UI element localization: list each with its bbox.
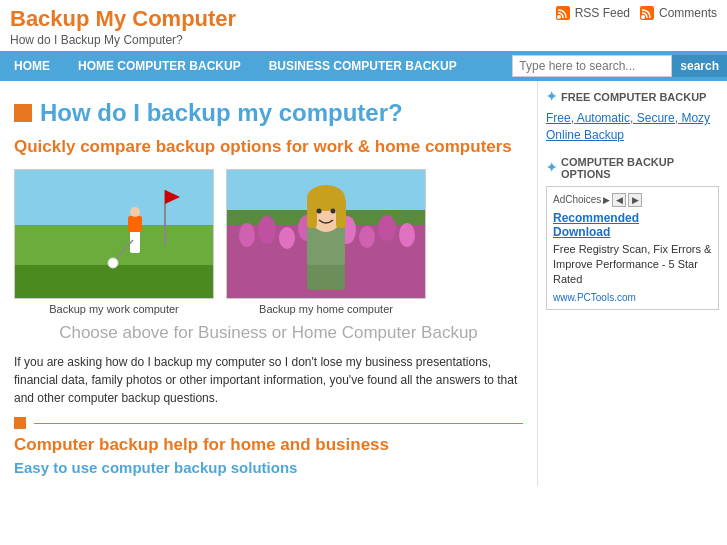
svg-point-21	[359, 226, 375, 248]
nav-home[interactable]: HOME	[0, 51, 64, 81]
main-heading-text: How do I backup my computer?	[40, 99, 403, 127]
backup-options-section: ✦ COMPUTER BACKUP OPTIONS AdChoices ▶ ◀ …	[546, 156, 719, 310]
nav-home-backup[interactable]: HOME COMPUTER BACKUP	[64, 51, 255, 81]
divider-section	[14, 417, 523, 429]
search-input[interactable]	[512, 55, 672, 77]
home-computer-caption: Backup my home computer	[259, 303, 393, 315]
header-left: Backup My Computer How do I Backup My Co…	[10, 6, 236, 47]
heading-icon	[14, 104, 32, 122]
ad-choices-label: AdChoices	[553, 194, 601, 205]
search-area: search	[512, 51, 727, 81]
ad-choices-arrow-indicator: ▶	[603, 195, 610, 205]
svg-point-31	[331, 209, 336, 214]
nav-business-backup[interactable]: BUSINESS COMPUTER BACKUP	[255, 51, 471, 81]
ad-next-button[interactable]: ▶	[628, 193, 642, 207]
comments-link[interactable]: Comments	[640, 6, 717, 20]
svg-point-11	[108, 258, 118, 268]
site-title[interactable]: Backup My Computer	[10, 6, 236, 32]
backup-options-icon: ✦	[546, 160, 557, 175]
svg-point-23	[399, 223, 415, 247]
free-backup-link[interactable]: Free, Automatic, Secure, Mozy Online Bac…	[546, 110, 719, 144]
svg-point-0	[557, 15, 561, 19]
ad-choices: AdChoices ▶ ◀ ▶	[553, 193, 712, 207]
nav-items: HOME HOME COMPUTER BACKUP BUSINESS COMPU…	[0, 51, 471, 81]
svg-point-1	[641, 15, 645, 19]
svg-point-16	[258, 216, 276, 244]
site-subtitle: How do I Backup My Computer?	[10, 33, 236, 47]
main-content: How do I backup my computer? Quickly com…	[0, 81, 537, 486]
svg-point-30	[317, 209, 322, 214]
description-text: If you are asking how do I backup my com…	[14, 353, 523, 407]
main-heading: How do I backup my computer?	[14, 99, 523, 127]
content-wrapper: How do I backup my computer? Quickly com…	[0, 81, 727, 486]
ad-url[interactable]: www.PCTools.com	[553, 292, 636, 303]
sidebar: ✦ FREE COMPUTER BACKUP Free, Automatic, …	[537, 81, 727, 486]
svg-point-9	[130, 207, 140, 217]
page-header: Backup My Computer How do I Backup My Co…	[0, 0, 727, 51]
work-computer-image	[14, 169, 214, 299]
home-computer-image	[226, 169, 426, 299]
home-computer-image-box: Backup my home computer	[226, 169, 426, 315]
rss-feed-link[interactable]: RSS Feed	[556, 6, 630, 20]
ad-download-link[interactable]: Download	[553, 225, 712, 239]
ad-prev-button[interactable]: ◀	[612, 193, 626, 207]
free-backup-section: ✦ FREE COMPUTER BACKUP Free, Automatic, …	[546, 89, 719, 144]
divider-line	[34, 423, 523, 424]
ad-box: AdChoices ▶ ◀ ▶ Recommended Download Fre…	[546, 186, 719, 310]
svg-rect-28	[307, 198, 317, 228]
navigation: HOME HOME COMPUTER BACKUP BUSINESS COMPU…	[0, 51, 727, 81]
svg-rect-29	[336, 198, 346, 228]
svg-rect-4	[15, 265, 214, 299]
svg-point-22	[378, 215, 396, 241]
svg-rect-8	[128, 216, 142, 232]
search-button[interactable]: search	[672, 55, 727, 77]
images-row: Backup my work computer	[14, 169, 523, 315]
choose-text: Choose above for Business or Home Comput…	[14, 323, 523, 343]
work-computer-caption: Backup my work computer	[49, 303, 179, 315]
svg-point-15	[239, 223, 255, 247]
svg-point-17	[279, 227, 295, 249]
second-heading: Computer backup help for home and busine…	[14, 435, 523, 455]
svg-rect-2	[15, 170, 214, 225]
free-backup-icon: ✦	[546, 89, 557, 104]
third-subheading: Easy to use computer backup solutions	[14, 459, 523, 476]
divider-icon	[14, 417, 26, 429]
backup-options-title: ✦ COMPUTER BACKUP OPTIONS	[546, 156, 719, 180]
comments-label: Comments	[659, 6, 717, 20]
header-right: RSS Feed Comments	[556, 6, 717, 20]
work-computer-image-box: Backup my work computer	[14, 169, 214, 315]
ad-description: Free Registry Scan, Fix Errors & Improve…	[553, 242, 712, 288]
rss-feed-label: RSS Feed	[575, 6, 630, 20]
subheading: Quickly compare backup options for work …	[14, 137, 523, 157]
free-backup-title: ✦ FREE COMPUTER BACKUP	[546, 89, 719, 104]
ad-recommended-link[interactable]: Recommended	[553, 211, 712, 225]
